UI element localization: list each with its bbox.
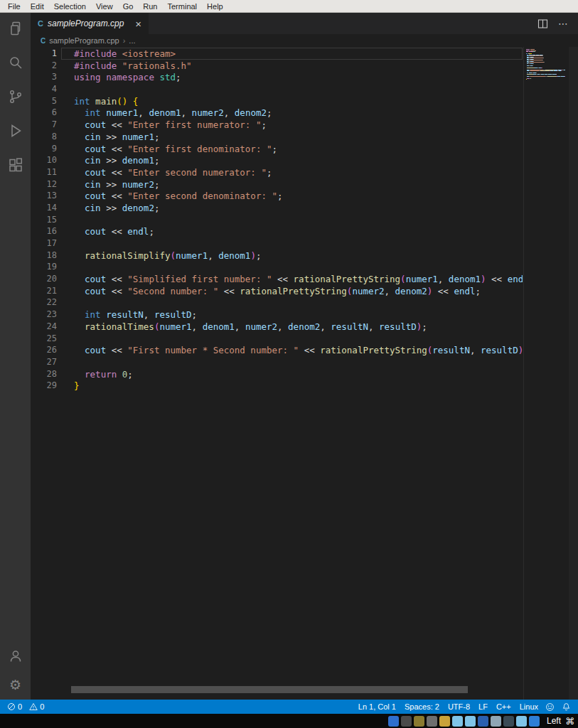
code-line[interactable]: 12 cin >> numer2;	[31, 178, 523, 191]
code-line[interactable]: 26 cout << "First number * Second number…	[31, 344, 523, 356]
line-number: 25	[31, 333, 57, 345]
code-line[interactable]: 22	[31, 296, 523, 309]
workspace-label[interactable]: Left	[547, 716, 561, 726]
taskbar-icon[interactable]	[465, 716, 476, 727]
line-number: 6	[31, 107, 57, 119]
code-line[interactable]: 11 cout << "Enter second numerator: ";	[31, 166, 523, 178]
code-line[interactable]: 2#include "rationals.h"	[31, 60, 523, 72]
code-line[interactable]: 17	[31, 237, 523, 250]
status-item[interactable]: Ln 1, Col 1	[358, 702, 396, 711]
menu-item-view[interactable]: View	[91, 2, 118, 11]
search-icon[interactable]	[7, 54, 24, 71]
menu-item-selection[interactable]: Selection	[49, 2, 91, 11]
extensions-icon[interactable]	[7, 156, 24, 173]
horizontal-scrollbar[interactable]	[71, 686, 468, 693]
taskbar-icon[interactable]	[516, 716, 527, 727]
source-control-icon[interactable]	[7, 88, 24, 105]
notifications-bell-icon[interactable]	[562, 702, 571, 712]
minimap[interactable]	[523, 47, 569, 700]
menu-item-help[interactable]: Help	[202, 2, 228, 11]
line-number: 16	[31, 225, 57, 237]
taskbar-icon[interactable]	[388, 716, 399, 727]
tab-close-icon[interactable]: ×	[135, 18, 141, 30]
line-number: 15	[31, 214, 57, 226]
status-item[interactable]: LF	[478, 702, 488, 711]
status-item[interactable]: Linux	[520, 702, 538, 711]
breadcrumb-file[interactable]: sampleProgram.cpp	[49, 36, 119, 45]
explorer-icon[interactable]	[7, 20, 24, 37]
taskbar-icon[interactable]	[439, 716, 450, 727]
status-item[interactable]: C++	[496, 702, 511, 711]
line-number: 1	[31, 48, 57, 60]
menu-item-go[interactable]: Go	[118, 2, 139, 11]
code-line[interactable]: 28 return 0;	[31, 368, 523, 380]
problems-errors[interactable]: 0	[7, 702, 22, 711]
code-line[interactable]: 3using namespace std;	[31, 71, 523, 83]
status-bar: 0 0 Ln 1, Col 1Spaces: 2UTF-8LFC++Linux	[0, 700, 578, 714]
status-item[interactable]: UTF-8	[448, 702, 470, 711]
error-icon	[7, 702, 16, 711]
settings-gear-icon[interactable]: ⚙	[7, 677, 24, 694]
code-line[interactable]: 14 cin >> denom2;	[31, 202, 523, 214]
tab-bar: C sampleProgram.cpp × ⋯	[31, 13, 578, 34]
code-line[interactable]: 20 cout << "Simplified first number: " <…	[31, 273, 523, 285]
breadcrumb-symbol[interactable]: ...	[129, 36, 135, 45]
taskbar-icon[interactable]	[478, 716, 488, 727]
menu-item-file[interactable]: File	[3, 2, 26, 11]
code-line[interactable]: 18 rationalSimplify(numer1, denom1);	[31, 250, 523, 262]
code-line[interactable]: 15	[31, 214, 523, 226]
status-right-items: Ln 1, Col 1Spaces: 2UTF-8LFC++Linux	[358, 702, 538, 711]
code-line[interactable]: 8 cin >> numer1;	[31, 131, 523, 143]
code-line[interactable]: 27	[31, 356, 523, 368]
editor[interactable]: 1#include <iostream>2#include "rationals…	[31, 47, 578, 700]
taskbar-icon[interactable]	[491, 716, 501, 727]
code-line[interactable]: 7 cout << "Enter first numerator: ";	[31, 119, 523, 131]
code-line[interactable]: 6 int numer1, denom1, numer2, denom2;	[31, 107, 523, 119]
code-line[interactable]: 23 int resultN, resultD;	[31, 309, 523, 321]
menu-item-terminal[interactable]: Terminal	[163, 2, 203, 11]
code-line[interactable]: 5int main() {	[31, 95, 523, 107]
warning-icon	[29, 702, 38, 711]
code-lines: 1#include <iostream>2#include "rationals…	[31, 47, 523, 392]
split-editor-icon[interactable]	[537, 18, 548, 29]
tab-sampleprogram-cpp[interactable]: C sampleProgram.cpp ×	[31, 13, 149, 34]
code-line[interactable]: 10 cin >> denom1;	[31, 154, 523, 166]
feedback-smiley-icon[interactable]	[545, 702, 555, 712]
command-key-icon[interactable]: ⌘	[565, 716, 574, 727]
code-line[interactable]: 29}	[31, 380, 523, 392]
taskbar-icon[interactable]	[503, 716, 514, 727]
menu-item-edit[interactable]: Edit	[26, 2, 49, 11]
code-line[interactable]: 9 cout << "Enter first denominator: ";	[31, 143, 523, 155]
status-item[interactable]: Spaces: 2	[405, 702, 439, 711]
line-number: 21	[31, 285, 57, 297]
breadcrumb[interactable]: C sampleProgram.cpp › ...	[31, 34, 578, 47]
taskbar-icon[interactable]	[529, 716, 540, 727]
chevron-right-icon: ›	[123, 36, 126, 45]
taskbar-icon[interactable]	[414, 716, 424, 727]
cpp-file-icon: C	[41, 37, 46, 45]
code-line[interactable]: 25	[31, 333, 523, 345]
code-line[interactable]: 1#include <iostream>	[31, 48, 523, 60]
line-number: 5	[31, 95, 57, 107]
account-icon[interactable]	[7, 647, 24, 664]
taskbar-icon[interactable]	[401, 716, 412, 727]
code-line[interactable]: 4	[31, 83, 523, 95]
line-number: 9	[31, 143, 57, 155]
line-number: 10	[31, 154, 57, 166]
menu-item-run[interactable]: Run	[138, 2, 162, 11]
code-line[interactable]: 24 rationalTimes(numer1, denom1, numer2,…	[31, 321, 523, 333]
taskbar-icon[interactable]	[427, 716, 437, 727]
run-debug-icon[interactable]	[7, 122, 24, 139]
more-actions-icon[interactable]: ⋯	[558, 18, 568, 29]
taskbar-icon[interactable]	[452, 716, 463, 727]
line-number: 29	[31, 380, 57, 392]
code-line[interactable]: 16 cout << endl;	[31, 225, 523, 237]
menu-bar: FileEditSelectionViewGoRunTerminalHelp	[0, 0, 578, 13]
problems-warnings[interactable]: 0	[29, 702, 44, 711]
code-line[interactable]: 19	[31, 261, 523, 273]
line-number: 2	[31, 60, 57, 72]
line-number: 7	[31, 119, 57, 131]
code-line[interactable]: 21 cout << "Second number: " << rational…	[31, 285, 523, 297]
code-line[interactable]: 13 cout << "Enter second denominator: ";	[31, 190, 523, 202]
editor-actions: ⋯	[537, 13, 578, 34]
